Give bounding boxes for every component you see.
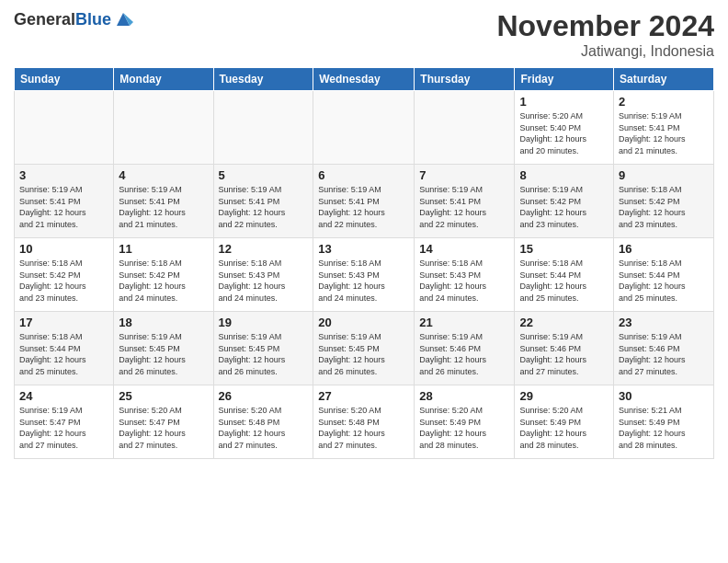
day-info: Sunrise: 5:19 AM Sunset: 5:46 PM Dayligh… [519, 331, 609, 377]
day-number: 21 [419, 316, 509, 329]
day-number: 3 [19, 168, 108, 182]
logo-general-text: GeneralBlue [14, 10, 111, 29]
page-header: GeneralBlue November 2024 Jatiwangi, Ind… [14, 9, 714, 60]
day-info: Sunrise: 5:18 AM Sunset: 5:43 PM Dayligh… [419, 258, 509, 304]
day-info: Sunrise: 5:19 AM Sunset: 5:42 PM Dayligh… [519, 184, 609, 230]
day-number: 11 [119, 242, 208, 256]
page-container: GeneralBlue November 2024 Jatiwangi, Ind… [0, 0, 728, 468]
calendar-cell: 21Sunrise: 5:19 AM Sunset: 5:46 PM Dayli… [415, 312, 515, 385]
day-number: 1 [519, 95, 609, 109]
day-info: Sunrise: 5:18 AM Sunset: 5:42 PM Dayligh… [119, 258, 208, 304]
day-info: Sunrise: 5:19 AM Sunset: 5:41 PM Dayligh… [219, 184, 309, 230]
day-info: Sunrise: 5:19 AM Sunset: 5:47 PM Dayligh… [19, 405, 108, 451]
calendar-cell: 8Sunrise: 5:19 AM Sunset: 5:42 PM Daylig… [515, 165, 614, 238]
day-info: Sunrise: 5:20 AM Sunset: 5:40 PM Dayligh… [519, 110, 609, 156]
logo-icon [113, 9, 133, 29]
calendar-cell: 3Sunrise: 5:19 AM Sunset: 5:41 PM Daylig… [15, 165, 114, 238]
calendar-cell: 2Sunrise: 5:19 AM Sunset: 5:41 PM Daylig… [614, 91, 714, 165]
calendar-cell: 6Sunrise: 5:19 AM Sunset: 5:41 PM Daylig… [313, 165, 415, 238]
calendar-cell [415, 91, 515, 165]
day-number: 25 [119, 389, 208, 403]
day-info: Sunrise: 5:20 AM Sunset: 5:48 PM Dayligh… [318, 405, 409, 451]
month-title: November 2024 [496, 9, 714, 43]
day-info: Sunrise: 5:19 AM Sunset: 5:45 PM Dayligh… [119, 331, 208, 377]
day-number: 22 [519, 316, 609, 329]
calendar-cell: 28Sunrise: 5:20 AM Sunset: 5:49 PM Dayli… [415, 385, 515, 459]
col-saturday: Saturday [614, 68, 714, 91]
logo: GeneralBlue [14, 9, 133, 29]
day-info: Sunrise: 5:20 AM Sunset: 5:47 PM Dayligh… [119, 405, 208, 451]
day-number: 26 [219, 389, 309, 403]
calendar-cell: 17Sunrise: 5:18 AM Sunset: 5:44 PM Dayli… [15, 312, 114, 385]
day-info: Sunrise: 5:19 AM Sunset: 5:41 PM Dayligh… [419, 184, 509, 230]
calendar-week-row: 3Sunrise: 5:19 AM Sunset: 5:41 PM Daylig… [15, 165, 714, 238]
day-info: Sunrise: 5:18 AM Sunset: 5:43 PM Dayligh… [219, 258, 309, 304]
calendar-cell: 19Sunrise: 5:19 AM Sunset: 5:45 PM Dayli… [213, 312, 313, 385]
calendar-cell: 16Sunrise: 5:18 AM Sunset: 5:44 PM Dayli… [614, 238, 714, 312]
calendar-cell: 25Sunrise: 5:20 AM Sunset: 5:47 PM Dayli… [114, 385, 213, 459]
day-info: Sunrise: 5:19 AM Sunset: 5:45 PM Dayligh… [318, 331, 409, 377]
col-wednesday: Wednesday [313, 68, 415, 91]
calendar-cell [313, 91, 415, 165]
calendar-cell: 26Sunrise: 5:20 AM Sunset: 5:48 PM Dayli… [213, 385, 313, 459]
day-info: Sunrise: 5:19 AM Sunset: 5:41 PM Dayligh… [19, 184, 108, 230]
col-thursday: Thursday [415, 68, 515, 91]
day-info: Sunrise: 5:19 AM Sunset: 5:45 PM Dayligh… [219, 331, 309, 377]
calendar-cell: 11Sunrise: 5:18 AM Sunset: 5:42 PM Dayli… [114, 238, 213, 312]
day-number: 30 [619, 389, 709, 403]
calendar-header-row: Sunday Monday Tuesday Wednesday Thursday… [15, 68, 714, 91]
day-number: 23 [619, 316, 709, 329]
calendar-cell: 9Sunrise: 5:18 AM Sunset: 5:42 PM Daylig… [614, 165, 714, 238]
day-info: Sunrise: 5:18 AM Sunset: 5:42 PM Dayligh… [19, 258, 108, 304]
day-number: 29 [519, 389, 609, 403]
day-number: 2 [619, 95, 709, 109]
calendar-cell [213, 91, 313, 165]
calendar-cell: 7Sunrise: 5:19 AM Sunset: 5:41 PM Daylig… [415, 165, 515, 238]
calendar-cell: 4Sunrise: 5:19 AM Sunset: 5:41 PM Daylig… [114, 165, 213, 238]
calendar-cell: 5Sunrise: 5:19 AM Sunset: 5:41 PM Daylig… [213, 165, 313, 238]
day-info: Sunrise: 5:19 AM Sunset: 5:41 PM Dayligh… [619, 110, 709, 156]
day-info: Sunrise: 5:19 AM Sunset: 5:41 PM Dayligh… [318, 184, 409, 230]
calendar-week-row: 17Sunrise: 5:18 AM Sunset: 5:44 PM Dayli… [15, 312, 714, 385]
calendar-cell: 29Sunrise: 5:20 AM Sunset: 5:49 PM Dayli… [515, 385, 614, 459]
day-number: 19 [219, 316, 309, 329]
day-number: 4 [119, 168, 208, 182]
day-number: 16 [619, 242, 709, 256]
day-number: 13 [318, 242, 409, 256]
col-monday: Monday [114, 68, 213, 91]
day-number: 12 [219, 242, 309, 256]
day-info: Sunrise: 5:18 AM Sunset: 5:44 PM Dayligh… [519, 258, 609, 304]
calendar-cell: 12Sunrise: 5:18 AM Sunset: 5:43 PM Dayli… [213, 238, 313, 312]
calendar-cell: 27Sunrise: 5:20 AM Sunset: 5:48 PM Dayli… [313, 385, 415, 459]
day-info: Sunrise: 5:21 AM Sunset: 5:49 PM Dayligh… [619, 405, 709, 451]
calendar-cell: 10Sunrise: 5:18 AM Sunset: 5:42 PM Dayli… [15, 238, 114, 312]
day-number: 14 [419, 242, 509, 256]
day-number: 18 [119, 316, 208, 329]
day-info: Sunrise: 5:18 AM Sunset: 5:43 PM Dayligh… [318, 258, 409, 304]
day-info: Sunrise: 5:19 AM Sunset: 5:41 PM Dayligh… [119, 184, 208, 230]
col-sunday: Sunday [15, 68, 114, 91]
day-number: 9 [619, 168, 709, 182]
day-info: Sunrise: 5:20 AM Sunset: 5:48 PM Dayligh… [219, 405, 309, 451]
day-number: 10 [19, 242, 108, 256]
day-number: 8 [519, 168, 609, 182]
col-tuesday: Tuesday [213, 68, 313, 91]
day-number: 6 [318, 168, 409, 182]
calendar-week-row: 24Sunrise: 5:19 AM Sunset: 5:47 PM Dayli… [15, 385, 714, 459]
calendar-cell: 30Sunrise: 5:21 AM Sunset: 5:49 PM Dayli… [614, 385, 714, 459]
title-section: November 2024 Jatiwangi, Indonesia [496, 9, 714, 60]
day-number: 17 [19, 316, 108, 329]
day-info: Sunrise: 5:18 AM Sunset: 5:42 PM Dayligh… [619, 184, 709, 230]
calendar-cell: 18Sunrise: 5:19 AM Sunset: 5:45 PM Dayli… [114, 312, 213, 385]
calendar-cell: 20Sunrise: 5:19 AM Sunset: 5:45 PM Dayli… [313, 312, 415, 385]
day-number: 5 [219, 168, 309, 182]
day-info: Sunrise: 5:20 AM Sunset: 5:49 PM Dayligh… [519, 405, 609, 451]
calendar-cell: 14Sunrise: 5:18 AM Sunset: 5:43 PM Dayli… [415, 238, 515, 312]
day-number: 7 [419, 168, 509, 182]
calendar-table: Sunday Monday Tuesday Wednesday Thursday… [14, 67, 714, 459]
calendar-cell: 24Sunrise: 5:19 AM Sunset: 5:47 PM Dayli… [15, 385, 114, 459]
calendar-cell: 23Sunrise: 5:19 AM Sunset: 5:46 PM Dayli… [614, 312, 714, 385]
day-info: Sunrise: 5:18 AM Sunset: 5:44 PM Dayligh… [19, 331, 108, 377]
day-info: Sunrise: 5:19 AM Sunset: 5:46 PM Dayligh… [619, 331, 709, 377]
day-info: Sunrise: 5:18 AM Sunset: 5:44 PM Dayligh… [619, 258, 709, 304]
